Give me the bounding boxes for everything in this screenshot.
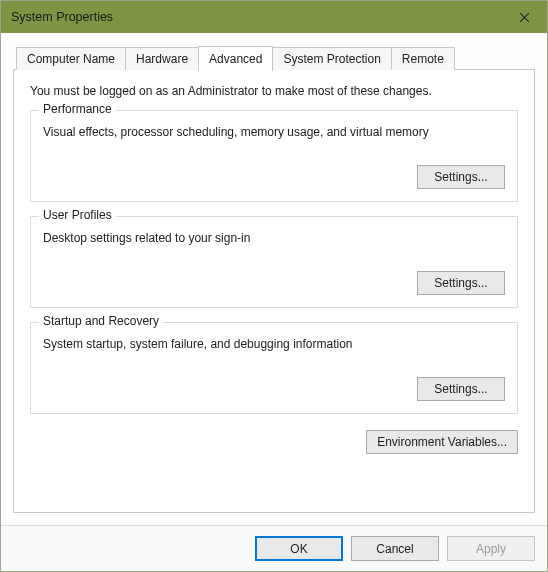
dialog-button-bar: OK Cancel Apply [1,525,547,571]
ok-button[interactable]: OK [255,536,343,561]
group-user-profiles: User Profiles Desktop settings related t… [30,216,518,308]
environment-variables-row: Environment Variables... [30,430,518,454]
admin-note-text: You must be logged on as an Administrato… [30,84,518,98]
group-startup-recovery-desc: System startup, system failure, and debu… [43,337,505,351]
system-properties-window: System Properties Computer Name Hardware… [0,0,548,572]
startup-recovery-settings-button[interactable]: Settings... [417,377,505,401]
window-title: System Properties [11,10,113,24]
group-user-profiles-buttons: Settings... [43,271,505,295]
tab-panel-advanced: You must be logged on as an Administrato… [13,69,535,513]
close-button[interactable] [501,1,547,33]
tab-advanced[interactable]: Advanced [198,46,273,71]
tab-system-protection[interactable]: System Protection [272,47,391,70]
group-startup-recovery: Startup and Recovery System startup, sys… [30,322,518,414]
close-icon [519,12,530,23]
tab-strip: Computer Name Hardware Advanced System P… [13,45,535,70]
apply-button: Apply [447,536,535,561]
group-performance-buttons: Settings... [43,165,505,189]
group-user-profiles-desc: Desktop settings related to your sign-in [43,231,505,245]
dialog-content: Computer Name Hardware Advanced System P… [1,33,547,525]
group-startup-recovery-buttons: Settings... [43,377,505,401]
group-performance-legend: Performance [39,102,116,116]
group-performance: Performance Visual effects, processor sc… [30,110,518,202]
tab-remote[interactable]: Remote [391,47,455,70]
performance-settings-button[interactable]: Settings... [417,165,505,189]
tab-computer-name[interactable]: Computer Name [16,47,126,70]
user-profiles-settings-button[interactable]: Settings... [417,271,505,295]
group-user-profiles-legend: User Profiles [39,208,116,222]
group-performance-desc: Visual effects, processor scheduling, me… [43,125,505,139]
titlebar: System Properties [1,1,547,33]
environment-variables-button[interactable]: Environment Variables... [366,430,518,454]
group-startup-recovery-legend: Startup and Recovery [39,314,163,328]
cancel-button[interactable]: Cancel [351,536,439,561]
tab-hardware[interactable]: Hardware [125,47,199,70]
